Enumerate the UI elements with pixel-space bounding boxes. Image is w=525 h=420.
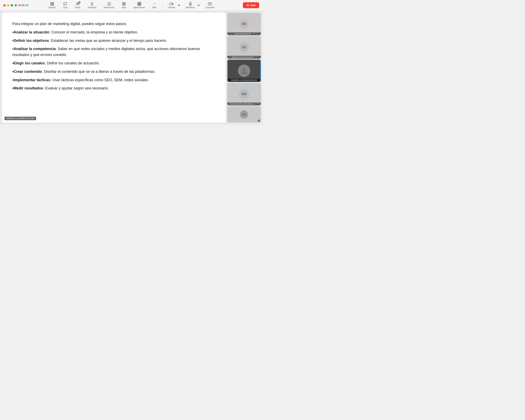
toolbar-vista[interactable]: Vista bbox=[120, 1, 128, 9]
gente-label: Gente bbox=[75, 6, 80, 9]
participar-label: Participar bbox=[88, 6, 96, 9]
gente-icon: 5 bbox=[76, 2, 80, 6]
svg-rect-9 bbox=[122, 2, 124, 4]
toolbar-separar[interactable]: Separar bbox=[47, 1, 57, 9]
speaker-label: SANDRA LUZ RAMOS ROJAS bbox=[5, 117, 36, 120]
mas-label: Más bbox=[153, 6, 157, 9]
reaccionar-label: Reaccionar bbox=[104, 6, 114, 9]
avatar-ms: MS bbox=[239, 89, 249, 99]
svg-rect-23 bbox=[190, 2, 191, 4]
top-bar: 04:06:23 Separar bbox=[0, 0, 262, 11]
camera-chevron[interactable] bbox=[177, 4, 180, 7]
participant-tile-ms: MS MARÍA GUADALUPE ORAJA... 🎤 bbox=[227, 83, 261, 105]
svg-rect-20 bbox=[139, 5, 140, 6]
name-label-ar: Alma Rios (Externo) 🎤 bbox=[227, 32, 261, 35]
maximize-window-button[interactable] bbox=[11, 4, 13, 7]
content-line-2: •Analizar la situación: Conocer el merca… bbox=[12, 29, 215, 35]
mic-chevron[interactable] bbox=[197, 4, 200, 7]
mic-muted-dc: 🔇 bbox=[258, 120, 260, 122]
chat-icon bbox=[63, 2, 67, 6]
share-icon bbox=[208, 2, 212, 6]
toolbar-gente[interactable]: 5 Gente bbox=[73, 1, 82, 9]
svg-rect-0 bbox=[50, 2, 52, 4]
separar-icon bbox=[50, 2, 54, 6]
svg-point-6 bbox=[107, 2, 111, 6]
avatar-dc: DC bbox=[240, 110, 248, 119]
vista-label: Vista bbox=[122, 6, 126, 9]
svg-rect-11 bbox=[122, 4, 124, 5]
toolbar-share[interactable]: Comparte bbox=[204, 1, 216, 9]
mas-icon: ··· bbox=[152, 2, 157, 6]
exit-icon bbox=[246, 4, 249, 7]
app-window: 04:06:23 Separar bbox=[0, 0, 262, 125]
right-sidebar: AR Alma Rios (Externo) 🎤 AD ADRIAN SILVA… bbox=[225, 11, 262, 125]
svg-rect-1 bbox=[52, 2, 54, 4]
toolbar-camera[interactable]: Cámara bbox=[167, 1, 176, 9]
svg-rect-10 bbox=[124, 2, 125, 4]
timer-display: 04:06:23 bbox=[18, 4, 28, 7]
mic-label: Micrófono bbox=[186, 6, 195, 9]
svg-point-4 bbox=[77, 3, 78, 4]
close-window-button[interactable] bbox=[3, 4, 6, 7]
aplicaciones-label: Aplicaciones bbox=[133, 6, 145, 9]
reaccionar-icon bbox=[107, 2, 111, 6]
mic-icon bbox=[188, 2, 192, 6]
svg-rect-21 bbox=[140, 5, 141, 6]
top-bar-right: Salir bbox=[243, 2, 259, 8]
toolbar-chat[interactable]: Chat bbox=[62, 1, 69, 9]
svg-rect-19 bbox=[138, 5, 139, 6]
window-controls bbox=[3, 4, 13, 7]
camera-group: Cámara bbox=[167, 1, 180, 9]
participar-icon bbox=[90, 2, 94, 6]
participant-tile-sandra: SANDRA LUZ RAMOS ROJAS bbox=[227, 59, 261, 82]
video-feed-sandra bbox=[228, 60, 261, 82]
svg-rect-12 bbox=[124, 4, 125, 5]
content-line-1: Para integrar un plan de marketing digit… bbox=[12, 21, 215, 27]
presentation-area: Para integrar un plan de marketing digit… bbox=[2, 13, 225, 123]
aplicaciones-icon bbox=[137, 2, 141, 6]
camera-label: Cámara bbox=[168, 6, 175, 9]
chat-label: Chat bbox=[63, 6, 67, 9]
record-indicator: 04:06:23 bbox=[15, 4, 28, 7]
svg-point-28 bbox=[242, 68, 246, 71]
svg-rect-14 bbox=[139, 2, 140, 3]
exit-label: Salir bbox=[250, 4, 256, 7]
avatar-ar: AR bbox=[239, 19, 249, 29]
svg-rect-13 bbox=[138, 2, 139, 3]
participant-tile-ar: AR Alma Rios (Externo) 🎤 bbox=[227, 13, 261, 35]
main-area: Para integrar un plan de marketing digit… bbox=[0, 11, 262, 125]
participant-tile-ad: AD ADRIAN SILVA DELGADO 🎤 bbox=[227, 36, 261, 59]
top-bar-center: Separar Chat bbox=[47, 1, 216, 9]
toolbar-mic[interactable]: Micrófono bbox=[185, 1, 196, 9]
content-line-3: •Definir los objetivos: Establecer las m… bbox=[12, 38, 215, 44]
svg-rect-2 bbox=[50, 4, 52, 6]
presentation-content: Para integrar un plan de marketing digit… bbox=[12, 21, 215, 94]
content-line-4: •Analizar la competencia: Saber en qué r… bbox=[12, 46, 215, 58]
toolbar-reaccionar[interactable]: Reaccionar bbox=[102, 1, 116, 9]
vista-icon bbox=[122, 2, 126, 6]
video-person-sandra bbox=[238, 65, 250, 77]
toolbar-divider-1 bbox=[162, 2, 162, 9]
svg-point-8 bbox=[109, 3, 110, 4]
name-label-ms: MARÍA GUADALUPE ORAJA... 🎤 bbox=[227, 103, 261, 105]
minimize-window-button[interactable] bbox=[7, 4, 9, 7]
name-label-ad: ADRIAN SILVA DELGADO 🎤 bbox=[227, 56, 261, 59]
separar-label: Separar bbox=[48, 6, 56, 9]
svg-rect-16 bbox=[138, 3, 139, 5]
toolbar-participar[interactable]: Participar bbox=[86, 1, 98, 9]
toolbar-aplicaciones[interactable]: Aplicaciones bbox=[132, 1, 147, 9]
svg-rect-18 bbox=[140, 3, 141, 5]
share-label: Comparte bbox=[206, 6, 215, 9]
name-label-sandra: SANDRA LUZ RAMOS ROJAS bbox=[228, 79, 261, 82]
avatar-ad: AD bbox=[239, 42, 249, 52]
content-line-8: •Medir resultados: Evaluar y ajustar seg… bbox=[12, 85, 215, 91]
record-dot bbox=[15, 4, 17, 6]
participant-tile-dc: DC 🔇 bbox=[227, 106, 261, 123]
content-line-7: •Implementar tácticas: Usar tácticas esp… bbox=[12, 77, 215, 83]
exit-button[interactable]: Salir bbox=[243, 2, 259, 8]
svg-rect-15 bbox=[140, 2, 141, 3]
toolbar-mas[interactable]: ··· Más bbox=[151, 1, 158, 9]
mic-group: Micrófono bbox=[185, 1, 200, 9]
svg-rect-17 bbox=[139, 3, 140, 5]
svg-rect-22 bbox=[169, 3, 172, 5]
